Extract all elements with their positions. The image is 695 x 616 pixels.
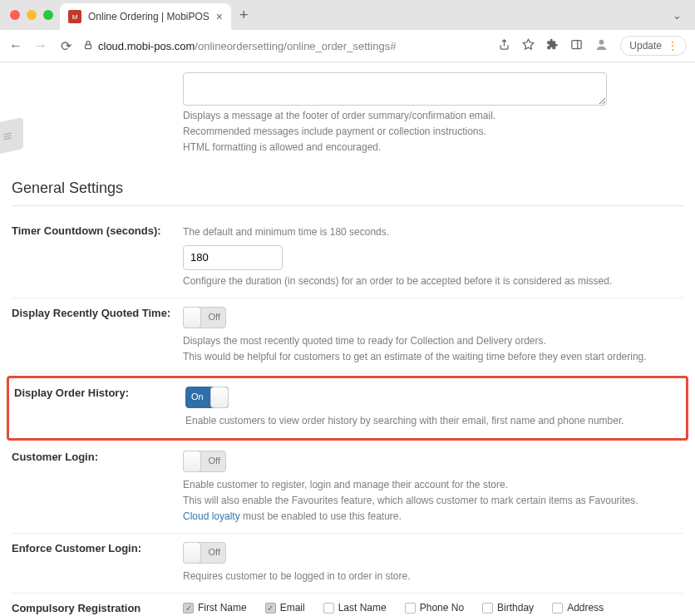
timer-help-bottom: Configure the duration (in seconds) for …	[183, 274, 683, 289]
order-history-toggle[interactable]: On	[185, 387, 229, 408]
lock-icon	[83, 40, 93, 52]
timer-label: Timer Countdown (seconds):	[12, 224, 183, 289]
check-birthday[interactable]: Birthday	[482, 602, 534, 614]
share-icon[interactable]	[498, 38, 510, 53]
tab-title: Online Ordering | MobiPOS	[88, 11, 209, 22]
profile-icon[interactable]	[594, 37, 609, 54]
toolbar-right: Update ⋮	[498, 36, 687, 56]
footer-help-3: HTML formatting is allowed and encourage…	[183, 140, 683, 155]
cloud-loyalty-link[interactable]: Cloud loyalty	[183, 510, 240, 522]
checkbox-icon	[405, 603, 416, 614]
new-tab-button[interactable]: +	[231, 7, 257, 24]
url-field[interactable]: cloud.mobi-pos.com/onlineordersetting/on…	[83, 40, 488, 52]
footer-help-2: Recommended messages include payment or …	[183, 124, 683, 140]
recent-quoted-row: Display Recently Quoted Time: Off Displa…	[12, 298, 683, 374]
tab-bar: M Online Ordering | MobiPOS × + ⌄	[0, 0, 695, 30]
section-title: General Settings	[12, 180, 683, 197]
footer-message-textarea[interactable]	[183, 72, 607, 106]
divider	[12, 205, 683, 206]
check-address[interactable]: Address	[552, 602, 604, 614]
enforce-login-help: Requires customer to be logged in to ord…	[183, 569, 683, 584]
enforce-login-label: Enforce Customer Login:	[12, 542, 183, 584]
svg-line-7	[3, 136, 11, 137]
svg-point-5	[599, 40, 604, 45]
timer-input[interactable]	[183, 245, 283, 270]
recent-quoted-help-1: Displays the most recently quoted time t…	[183, 333, 683, 349]
checkbox-icon	[552, 603, 563, 614]
compulsory-label: Compulsory Registration Information:	[12, 602, 183, 616]
reload-button[interactable]: ⟳	[58, 38, 73, 54]
extensions-icon[interactable]	[546, 38, 559, 53]
customer-login-row: Customer Login: Off Enable customer to r…	[12, 442, 683, 535]
favicon-icon: M	[68, 10, 81, 23]
update-label: Update	[629, 40, 662, 52]
timer-row: Timer Countdown (seconds): The default a…	[12, 216, 683, 298]
checkbox-icon	[183, 603, 194, 614]
browser-chrome: M Online Ordering | MobiPOS × + ⌄ ← → ⟳ …	[0, 0, 695, 62]
back-button[interactable]: ←	[8, 38, 23, 53]
enforce-login-row: Enforce Customer Login: Off Requires cus…	[12, 534, 683, 594]
svg-text:M: M	[72, 13, 78, 21]
order-history-label: Display Order History:	[14, 387, 185, 429]
check-email[interactable]: Email	[265, 602, 305, 614]
url-host: cloud.mobi-pos.com	[98, 40, 195, 52]
svg-rect-3	[572, 41, 581, 49]
address-bar: ← → ⟳ cloud.mobi-pos.com/onlineordersett…	[0, 30, 695, 62]
footer-help-1: Displays a message at the footer of orde…	[183, 108, 683, 124]
customer-login-help-1: Enable customer to register, login and m…	[183, 477, 683, 493]
compulsory-row: Compulsory Registration Information: Fir…	[12, 594, 683, 616]
menu-dots-icon: ⋮	[667, 39, 678, 52]
order-history-row: Display Order History: On Enable custome…	[7, 376, 688, 440]
minimize-window-button[interactable]	[27, 10, 37, 20]
svg-line-6	[3, 133, 11, 135]
update-button[interactable]: Update ⋮	[620, 36, 687, 56]
svg-rect-2	[86, 44, 91, 48]
customer-login-help-2: This will also enable the Favourites fea…	[183, 493, 683, 509]
compulsory-checks: First Name Email Last Name Phone No Birt…	[183, 602, 683, 614]
recent-quoted-toggle[interactable]: Off	[183, 307, 226, 328]
checkbox-icon	[265, 603, 276, 614]
footer-message-block: Displays a message at the footer of orde…	[183, 72, 683, 156]
close-window-button[interactable]	[10, 10, 20, 20]
customer-login-label: Customer Login:	[12, 451, 183, 525]
maximize-window-button[interactable]	[43, 10, 53, 20]
checkbox-icon	[323, 603, 334, 614]
check-first-name[interactable]: First Name	[183, 602, 247, 614]
window-controls	[7, 10, 60, 20]
svg-line-8	[3, 138, 11, 140]
url-path: /onlineordersetting/online_order_setting…	[195, 40, 396, 52]
browser-tab[interactable]: M Online Ordering | MobiPOS ×	[60, 3, 231, 30]
recent-quoted-help-2: This would be helpful for customers to g…	[183, 349, 683, 365]
check-phone-no[interactable]: Phone No	[405, 602, 464, 614]
forward-button[interactable]: →	[33, 38, 48, 53]
tabs-overflow-icon[interactable]: ⌄	[666, 9, 688, 22]
customer-login-help-3: Cloud loyalty must be enabled to use thi…	[183, 509, 683, 525]
check-last-name[interactable]: Last Name	[323, 602, 387, 614]
checkbox-icon	[482, 603, 493, 614]
order-history-help: Enable customers to view order history b…	[185, 413, 681, 429]
star-icon[interactable]	[522, 38, 535, 53]
timer-help-top: The default and minimum time is 180 seco…	[183, 224, 683, 240]
enforce-login-toggle[interactable]: Off	[183, 542, 226, 564]
sidepanel-icon[interactable]	[570, 38, 583, 53]
close-tab-icon[interactable]: ×	[216, 10, 223, 23]
recent-quoted-label: Display Recently Quoted Time:	[12, 307, 183, 365]
customer-login-toggle[interactable]: Off	[183, 451, 226, 472]
page-content: Displays a message at the footer of orde…	[0, 62, 695, 616]
